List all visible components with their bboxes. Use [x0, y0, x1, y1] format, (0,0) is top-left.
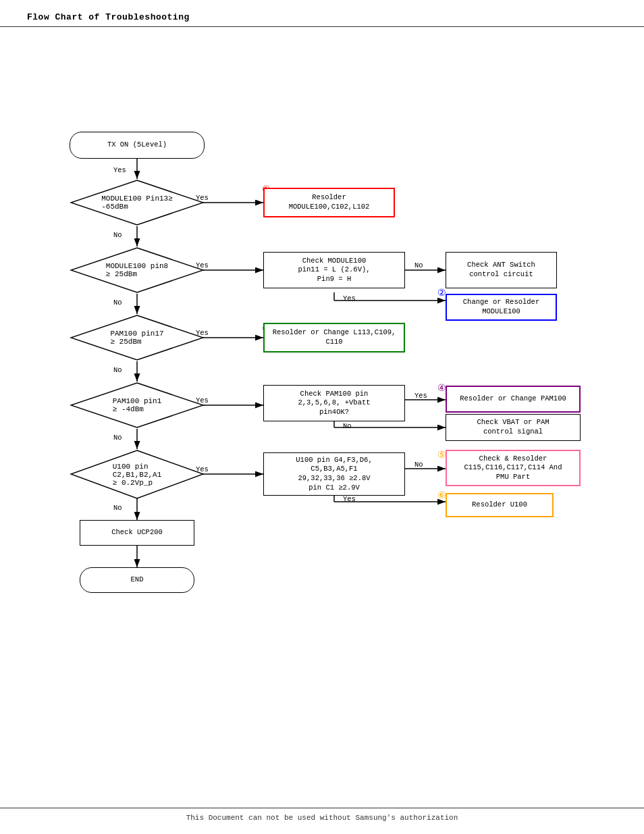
- page: Flow Chart of Troubleshooting: [0, 0, 644, 834]
- end-box: END: [80, 567, 194, 593]
- yes-label-chku100: Yes: [343, 495, 356, 503]
- yes-label-d4: Yes: [196, 396, 209, 405]
- diamond-d1: MODULE100 Pin13≥ -65dBm: [70, 179, 205, 226]
- r6-box: Resolder U100: [446, 493, 554, 517]
- diamond-d2: MODULE100 pin8 ≥ 25dBm: [70, 246, 205, 294]
- yes-label-chkmod: Yes: [343, 294, 356, 303]
- chk-ant-label: Check ANT Switch control circuit: [467, 261, 535, 279]
- chk-module100-label: Check MODULE100 pin11 = L (2.6V), Pin9 =…: [298, 257, 370, 284]
- flowchart: TX ON (5Level) Yes MODULE100 Pin13≥ -65d…: [0, 34, 644, 810]
- header: Flow Chart of Troubleshooting: [0, 0, 644, 27]
- chk-pam100-label: Check PAM100 pin 2,3,5,6,8, +Vbatt pin4O…: [298, 390, 370, 417]
- yes-label-d1: Yes: [196, 194, 209, 202]
- footer-text: This Document can not be used without Sa…: [186, 814, 458, 822]
- r4-label: Resolder or Change PAM100: [460, 394, 566, 404]
- r3-label: Resolder or Change L113,C109, C110: [273, 328, 396, 346]
- no-label-chku100: No: [414, 461, 423, 469]
- r2-label: Change or Resolder MODULE100: [463, 298, 539, 316]
- yes-label-d2: Yes: [196, 261, 209, 269]
- chk-ant-box: Check ANT Switch control circuit: [446, 252, 557, 288]
- chk-vbat-label: Check VBAT or PAM control signal: [477, 418, 549, 436]
- start-box: TX ON (5Level): [70, 132, 205, 159]
- r5-box: Check & Resolder C115,C116,C117,C114 And…: [446, 450, 581, 486]
- end-label: END: [131, 575, 144, 585]
- no-label-d1: No: [113, 231, 122, 239]
- r3-box: Resolder or Change L113,C109, C110: [263, 323, 405, 353]
- no-label-d4: No: [113, 434, 122, 442]
- page-title: Flow Chart of Troubleshooting: [27, 12, 190, 22]
- r1-label: Resolder MODULE100,C102,L102: [289, 193, 370, 211]
- r5-label: Check & Resolder C115,C116,C117,C114 And…: [464, 454, 562, 482]
- diamond-d3-label: PAM100 pin17 ≥ 25dBm: [107, 326, 167, 349]
- yes-label-d3: Yes: [196, 329, 209, 337]
- r1-box: Resolder MODULE100,C102,L102: [263, 188, 395, 217]
- diamond-d3: PAM100 pin17 ≥ 25dBm: [70, 314, 205, 361]
- diamond-d2-label: MODULE100 pin8 ≥ 25dBm: [103, 259, 171, 282]
- chk-module100-box: Check MODULE100 pin11 = L (2.6V), Pin9 =…: [263, 252, 405, 288]
- yes-label-chkpam: Yes: [414, 392, 427, 400]
- diamond-d5-label: U100 pin C2,B1,B2,A1 ≥ 0.2Vp_p: [109, 459, 165, 490]
- chk-ucp200-label: Check UCP200: [111, 528, 163, 538]
- no-label-d5: No: [113, 504, 122, 512]
- diamond-d5: U100 pin C2,B1,B2,A1 ≥ 0.2Vp_p: [70, 449, 205, 500]
- chk-pam100-box: Check PAM100 pin 2,3,5,6,8, +Vbatt pin4O…: [263, 385, 405, 421]
- diamond-d1-label: MODULE100 Pin13≥ -65dBm: [98, 191, 176, 214]
- chk-u100-label: U100 pin G4,F3,D6, C5,B3,A5,F1 29,32,33,…: [296, 456, 372, 493]
- chk-ucp200-box: Check UCP200: [80, 520, 194, 546]
- no-label-d2: No: [113, 298, 122, 307]
- r6-label: Resolder U100: [472, 500, 527, 510]
- yes-label-start: Yes: [113, 166, 126, 174]
- diamond-d4: PAM100 pin1 ≥ -4dBm: [70, 382, 205, 429]
- r2-box: Change or Resolder MODULE100: [446, 294, 557, 321]
- chk-u100-box: U100 pin G4,F3,D6, C5,B3,A5,F1 29,32,33,…: [263, 452, 405, 496]
- no-label-chkpam: No: [343, 422, 352, 430]
- yes-label-d5: Yes: [196, 465, 209, 473]
- chk-vbat-box: Check VBAT or PAM control signal: [446, 414, 581, 441]
- r4-box: Resolder or Change PAM100: [446, 386, 581, 413]
- no-label-chkmod: No: [414, 261, 423, 269]
- diamond-d4-label: PAM100 pin1 ≥ -4dBm: [109, 394, 165, 417]
- no-label-d3: No: [113, 366, 122, 374]
- start-label: TX ON (5Level): [107, 140, 167, 150]
- footer: This Document can not be used without Sa…: [0, 808, 644, 822]
